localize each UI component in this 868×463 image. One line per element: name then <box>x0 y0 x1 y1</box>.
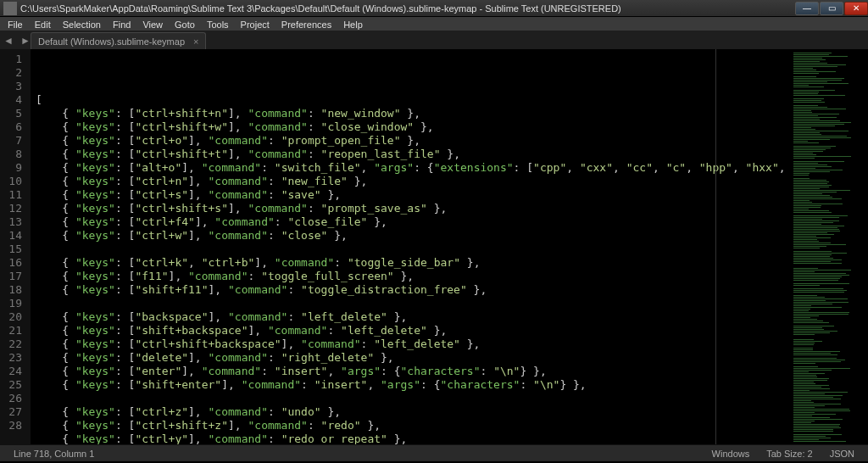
nav-back-icon[interactable]: ◄ <box>0 35 17 47</box>
code-line: { "keys": ["ctrl+shift+n"], "command": "… <box>36 107 792 120</box>
code-line: { "keys": ["ctrl+shift+z"], "command": "… <box>36 419 792 432</box>
gutter: 1234567891011121314151617181920212223242… <box>0 49 31 444</box>
app-icon <box>3 2 17 15</box>
tab-row: Default (Windows).sublime-keymap × <box>0 31 868 49</box>
code-line <box>36 392 792 405</box>
minimize-button[interactable]: — <box>795 2 819 15</box>
code-line: { "keys": ["ctrl+s"], "command": "save" … <box>36 188 792 202</box>
code-line: { "keys": ["enter"], "command": "insert"… <box>36 365 792 378</box>
menu-view[interactable]: View <box>136 19 169 31</box>
code-line: { "keys": ["ctrl+shift+t"], "command": "… <box>36 148 792 161</box>
code-line <box>36 243 792 256</box>
minimap[interactable] <box>792 49 868 444</box>
menu-file[interactable]: File <box>2 19 29 31</box>
code-line: { "keys": ["ctrl+w"], "command": "close"… <box>36 229 792 243</box>
titlebar[interactable]: C:\Users\SparkMaker\AppData\Roaming\Subl… <box>0 0 868 17</box>
status-position[interactable]: Line 718, Column 1 <box>5 449 103 459</box>
code-line: { "keys": ["shift+enter"], "command": "i… <box>36 378 792 392</box>
menu-selection[interactable]: Selection <box>57 19 107 31</box>
code-area[interactable]: [ { "keys": ["ctrl+shift+n"], "command":… <box>31 49 792 444</box>
code-line: { "keys": ["ctrl+k", "ctrl+b"], "command… <box>36 256 792 270</box>
code-line: [ <box>36 93 792 107</box>
tab-close-icon[interactable]: × <box>193 36 198 47</box>
code-line: { "keys": ["shift+backspace"], "command"… <box>36 324 792 337</box>
code-line: { "keys": ["ctrl+o"], "command": "prompt… <box>36 134 792 148</box>
status-os[interactable]: Windows <box>704 449 759 459</box>
menu-preferences[interactable]: Preferences <box>275 19 337 31</box>
menu-edit[interactable]: Edit <box>29 19 57 31</box>
code-line: { "keys": ["ctrl+shift+s"], "command": "… <box>36 202 792 215</box>
menu-project[interactable]: Project <box>235 19 275 31</box>
window-buttons: — ▭ ✕ <box>794 2 868 15</box>
code-line: { "keys": ["f11"], "command": "toggle_fu… <box>36 270 792 283</box>
statusbar: Line 718, Column 1 Windows Tab Size: 2 J… <box>0 444 868 461</box>
status-language[interactable]: JSON <box>821 449 863 459</box>
code-line: { "keys": ["alt+o"], "command": "switch_… <box>36 161 792 175</box>
code-line: { "keys": ["ctrl+y"], "command": "redo_o… <box>36 432 792 444</box>
tab-keymap[interactable]: Default (Windows).sublime-keymap × <box>31 32 206 49</box>
status-tabsize[interactable]: Tab Size: 2 <box>758 449 821 459</box>
menu-help[interactable]: Help <box>337 19 369 31</box>
menu-tools[interactable]: Tools <box>201 19 235 31</box>
code-line: { "keys": ["ctrl+shift+w"], "command": "… <box>36 120 792 134</box>
code-line: { "keys": ["ctrl+n"], "command": "new_fi… <box>36 175 792 188</box>
window-title: C:\Users\SparkMaker\AppData\Roaming\Subl… <box>20 3 794 14</box>
code-line: { "keys": ["backspace"], "command": "lef… <box>36 310 792 324</box>
code-line: { "keys": ["shift+f11"], "command": "tog… <box>36 283 792 297</box>
code-line <box>36 297 792 310</box>
close-button[interactable]: ✕ <box>844 2 868 15</box>
ruler <box>715 49 716 444</box>
code-line: { "keys": ["ctrl+z"], "command": "undo" … <box>36 405 792 419</box>
code-line: { "keys": ["ctrl+shift+backspace"], "com… <box>36 337 792 351</box>
editor: 1234567891011121314151617181920212223242… <box>0 49 868 444</box>
code-line: { "keys": ["delete"], "command": "right_… <box>36 351 792 365</box>
maximize-button[interactable]: ▭ <box>820 2 843 15</box>
tab-label: Default (Windows).sublime-keymap <box>38 36 185 47</box>
menu-goto[interactable]: Goto <box>169 19 201 31</box>
menu-find[interactable]: Find <box>107 19 136 31</box>
code-line: { "keys": ["ctrl+f4"], "command": "close… <box>36 215 792 229</box>
